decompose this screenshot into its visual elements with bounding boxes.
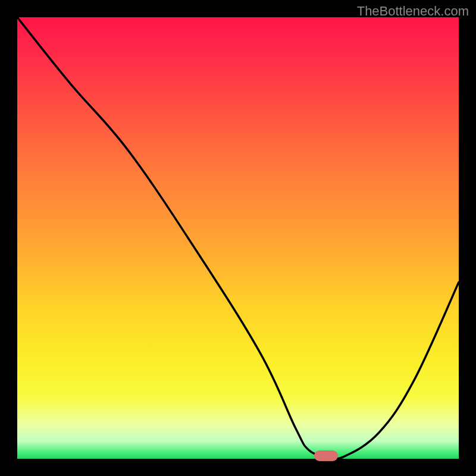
chart-plot-area — [17, 17, 459, 459]
bottleneck-curve — [17, 17, 459, 459]
optimal-marker — [314, 450, 338, 461]
watermark-text: TheBottleneck.com — [357, 4, 469, 19]
